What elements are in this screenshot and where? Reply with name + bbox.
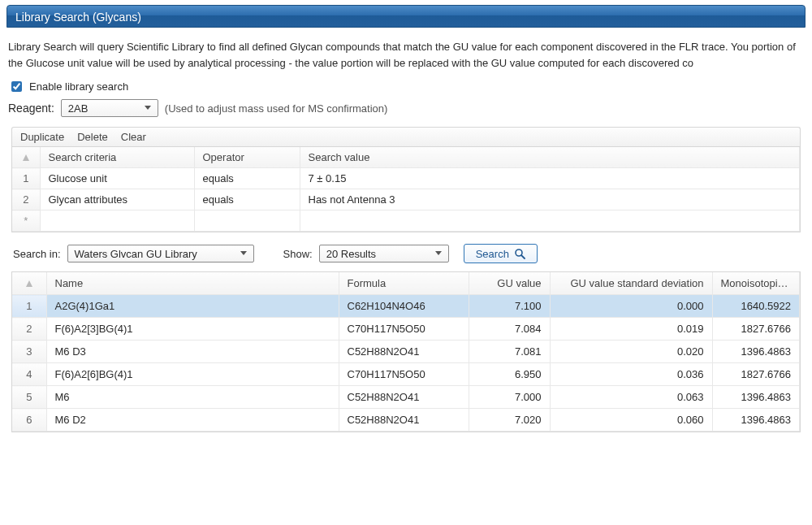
results-header-sd[interactable]: GU value standard deviation — [550, 272, 712, 295]
criteria-header-value[interactable]: Search value — [300, 147, 800, 168]
results-cell-sd[interactable]: 0.063 — [550, 386, 712, 409]
new-row-marker: * — [12, 210, 40, 232]
results-cell-name[interactable]: F(6)A2[6]BG(4)1 — [46, 363, 339, 386]
results-header-formula[interactable]: Formula — [339, 272, 469, 295]
search-bar: Search in: Waters Glvcan GU Library Show… — [13, 244, 799, 263]
chevron-down-icon — [141, 106, 154, 111]
reagent-value: 2AB — [68, 102, 89, 115]
results-cell-mono[interactable]: 1396.4863 — [712, 341, 800, 363]
results-cell-sd[interactable]: 0.019 — [550, 318, 712, 341]
results-cell-mono[interactable]: 1396.4863 — [712, 386, 800, 409]
results-cell-mono[interactable]: 1396.4863 — [712, 409, 800, 432]
results-cell-name[interactable]: F(6)A2[3]BG(4)1 — [46, 318, 339, 341]
results-cell-formula[interactable]: C70H117N5O50 — [339, 318, 469, 341]
criteria-cell-value[interactable]: Has not Antenna 3 — [300, 189, 800, 210]
svg-line-1 — [521, 255, 525, 258]
chevron-down-icon — [237, 251, 250, 256]
results-cell-gu[interactable]: 7.000 — [469, 386, 550, 409]
criteria-row-number: 2 — [12, 189, 40, 210]
library-value: Waters Glvcan GU Library — [75, 248, 197, 260]
results-cell-mono[interactable]: 1640.5922 — [712, 295, 800, 318]
criteria-cell-operator[interactable]: equals — [194, 168, 300, 189]
results-cell-name[interactable]: M6 — [46, 386, 339, 409]
results-cell-sd[interactable]: 0.020 — [550, 341, 712, 363]
clear-button[interactable]: Clear — [121, 131, 146, 143]
criteria-header-criteria[interactable]: Search criteria — [40, 147, 194, 168]
library-search-panel: Library Search (Glycans) Library Search … — [0, 5, 812, 432]
results-cell-name[interactable]: M6 D2 — [46, 409, 339, 432]
duplicate-button[interactable]: Duplicate — [20, 131, 64, 143]
show-results-value: 20 Results — [326, 248, 376, 260]
results-cell-formula[interactable]: C52H88N2O41 — [339, 341, 469, 363]
search-button[interactable]: Search — [464, 244, 538, 263]
search-button-label: Search — [476, 248, 509, 260]
results-row[interactable]: 3M6 D3C52H88N2O417.0810.0201396.4863 — [12, 341, 800, 363]
enable-library-search-label: Enable library search — [29, 80, 128, 93]
results-cell-gu[interactable]: 7.081 — [469, 341, 550, 363]
criteria-row[interactable]: 1Glucose unitequals7 ± 0.15 — [12, 168, 800, 189]
criteria-cell-value[interactable]: 7 ± 0.15 — [300, 168, 800, 189]
reagent-row: Reagent: 2AB (Used to adjust mass used f… — [8, 99, 804, 117]
reagent-hint: (Used to adjust mass used for MS confirm… — [165, 102, 388, 115]
library-select[interactable]: Waters Glvcan GU Library — [67, 245, 254, 262]
criteria-grid: Search criteria Operator Search value 1G… — [11, 146, 801, 232]
delete-button[interactable]: Delete — [77, 131, 108, 143]
results-row[interactable]: 4F(6)A2[6]BG(4)1C70H117N5O506.9500.03618… — [12, 363, 800, 386]
results-cell-sd[interactable]: 0.036 — [550, 363, 712, 386]
results-cell-formula[interactable]: C52H88N2O41 — [339, 386, 469, 409]
criteria-cell-criteria[interactable]: Glucose unit — [40, 168, 194, 189]
show-label: Show: — [283, 248, 313, 260]
results-cell-mono[interactable]: 1827.6766 — [712, 363, 800, 386]
criteria-row[interactable]: 2Glycan attributesequalsHas not Antenna … — [12, 189, 800, 210]
results-cell-sd[interactable]: 0.060 — [550, 409, 712, 432]
criteria-header-operator[interactable]: Operator — [194, 147, 300, 168]
results-grid: Name Formula GU value GU value standard … — [11, 271, 801, 432]
results-row-selector-header[interactable] — [12, 272, 46, 295]
results-row[interactable]: 6M6 D2C52H88N2O417.0200.0601396.4863 — [12, 409, 800, 432]
results-row[interactable]: 5M6C52H88N2O417.0000.0631396.4863 — [12, 386, 800, 409]
results-cell-mono[interactable]: 1827.6766 — [712, 318, 800, 341]
results-row-number: 1 — [12, 295, 46, 318]
results-cell-gu[interactable]: 7.084 — [469, 318, 550, 341]
results-cell-gu[interactable]: 7.020 — [469, 409, 550, 432]
show-results-select[interactable]: 20 Results — [319, 245, 449, 262]
results-row-number: 5 — [12, 386, 46, 409]
criteria-toolbar: Duplicate Delete Clear — [11, 127, 801, 146]
panel-description: Library Search will query Scientific Lib… — [8, 39, 804, 71]
results-cell-formula[interactable]: C62H104N4O46 — [339, 295, 469, 318]
results-row[interactable]: 2F(6)A2[3]BG(4)1C70H117N5O507.0840.01918… — [12, 318, 800, 341]
results-row-number: 4 — [12, 363, 46, 386]
results-row[interactable]: 1A2G(4)1Ga1C62H104N4O467.1000.0001640.59… — [12, 295, 800, 318]
results-cell-sd[interactable]: 0.000 — [550, 295, 712, 318]
results-row-number: 2 — [12, 318, 46, 341]
reagent-select[interactable]: 2AB — [61, 99, 158, 117]
results-row-number: 6 — [12, 409, 46, 432]
enable-library-search-checkbox[interactable] — [11, 81, 22, 92]
criteria-cell-operator[interactable]: equals — [194, 189, 300, 210]
search-icon — [514, 248, 525, 259]
results-cell-name[interactable]: M6 D3 — [46, 341, 339, 363]
results-cell-formula[interactable]: C70H117N5O50 — [339, 363, 469, 386]
results-row-number: 3 — [12, 341, 46, 363]
results-cell-name[interactable]: A2G(4)1Ga1 — [46, 295, 339, 318]
results-cell-formula[interactable]: C52H88N2O41 — [339, 409, 469, 432]
results-cell-gu[interactable]: 7.100 — [469, 295, 550, 318]
enable-row: Enable library search — [8, 79, 804, 94]
results-cell-gu[interactable]: 6.950 — [469, 363, 550, 386]
reagent-label: Reagent: — [8, 102, 54, 115]
panel-title: Library Search (Glycans) — [6, 5, 806, 28]
results-header-name[interactable]: Name — [46, 272, 339, 295]
criteria-row-number: 1 — [12, 168, 40, 189]
chevron-down-icon — [432, 251, 445, 256]
results-header-gu[interactable]: GU value — [469, 272, 550, 295]
criteria-row-selector-header[interactable] — [12, 147, 40, 168]
criteria-cell-criteria[interactable]: Glycan attributes — [40, 189, 194, 210]
results-header-mono[interactable]: Monoisotopic mass... — [712, 272, 800, 295]
criteria-new-row[interactable]: * — [12, 210, 800, 232]
panel-body: Library Search will query Scientific Lib… — [0, 28, 812, 432]
search-in-label: Search in: — [13, 248, 61, 260]
